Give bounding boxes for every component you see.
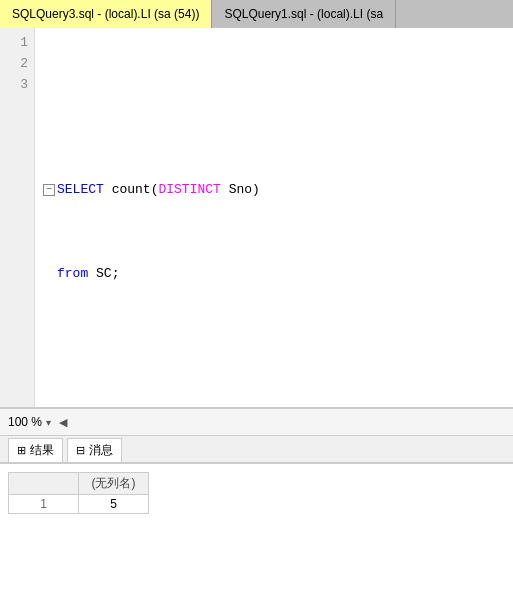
fold-icon[interactable]: − <box>43 184 55 196</box>
line-num-2: 2 <box>0 53 28 74</box>
results-grid-icon: ⊞ <box>17 444 26 457</box>
line-num-3: 3 <box>0 74 28 95</box>
paren-close: ) <box>252 179 260 200</box>
col-sno: Sno <box>229 179 252 200</box>
code-area[interactable]: − SELECT count ( DISTINCT Sno ) from SC … <box>35 28 513 407</box>
paren-open: ( <box>151 179 159 200</box>
keyword-select: SELECT <box>57 179 104 200</box>
tab-sqlquery1[interactable]: SQLQuery1.sql - (local).LI (sa <box>212 0 396 28</box>
scroll-left-icon[interactable]: ◀ <box>59 416 67 429</box>
results-tab-results-label: 结果 <box>30 442 54 459</box>
line-numbers: 1 2 3 <box>0 28 35 407</box>
space2 <box>221 179 229 200</box>
editor-area: 1 2 3 − SELECT count ( DISTINCT Sno ) fr… <box>0 28 513 408</box>
results-tab-messages-label: 消息 <box>89 442 113 459</box>
results-grid: (无列名) 1 5 <box>8 472 149 514</box>
func-count: count <box>112 179 151 200</box>
code-line-3: from SC ; <box>43 263 505 284</box>
tab-sqlquery3[interactable]: SQLQuery3.sql - (local).LI (sa (54)) <box>0 0 212 28</box>
space3 <box>88 263 96 284</box>
results-msg-icon: ⊟ <box>76 444 85 457</box>
keyword-from: from <box>57 263 88 284</box>
line-num-1: 1 <box>0 32 28 53</box>
row-num-header <box>9 473 79 495</box>
results-tab-bar: ⊞ 结果 ⊟ 消息 <box>0 436 513 464</box>
zoom-bar: 100 % ▾ ◀ <box>0 408 513 436</box>
semicolon: ; <box>112 263 120 284</box>
table-sc: SC <box>96 263 112 284</box>
row-num-1: 1 <box>9 495 79 514</box>
results-bottom: (无列名) 1 5 <box>0 464 513 574</box>
tab-sqlquery1-label: SQLQuery1.sql - (local).LI (sa <box>224 7 383 21</box>
results-tab-messages[interactable]: ⊟ 消息 <box>67 438 122 462</box>
results-area: (无列名) 1 5 <box>0 464 513 574</box>
line1-content <box>43 95 51 116</box>
cell-value-1: 5 <box>79 495 149 514</box>
keyword-distinct: DISTINCT <box>158 179 220 200</box>
tab-bar: SQLQuery3.sql - (local).LI (sa (54)) SQL… <box>0 0 513 28</box>
zoom-dropdown[interactable]: ▾ <box>46 417 51 428</box>
table-row: 1 5 <box>9 495 149 514</box>
space1 <box>104 179 112 200</box>
code-line-1 <box>43 95 505 116</box>
results-tab-results[interactable]: ⊞ 结果 <box>8 438 63 462</box>
zoom-level: 100 % <box>8 415 42 429</box>
tab-sqlquery3-label: SQLQuery3.sql - (local).LI (sa (54)) <box>12 7 199 21</box>
column-header: (无列名) <box>79 473 149 495</box>
code-line-2: − SELECT count ( DISTINCT Sno ) <box>43 179 505 200</box>
